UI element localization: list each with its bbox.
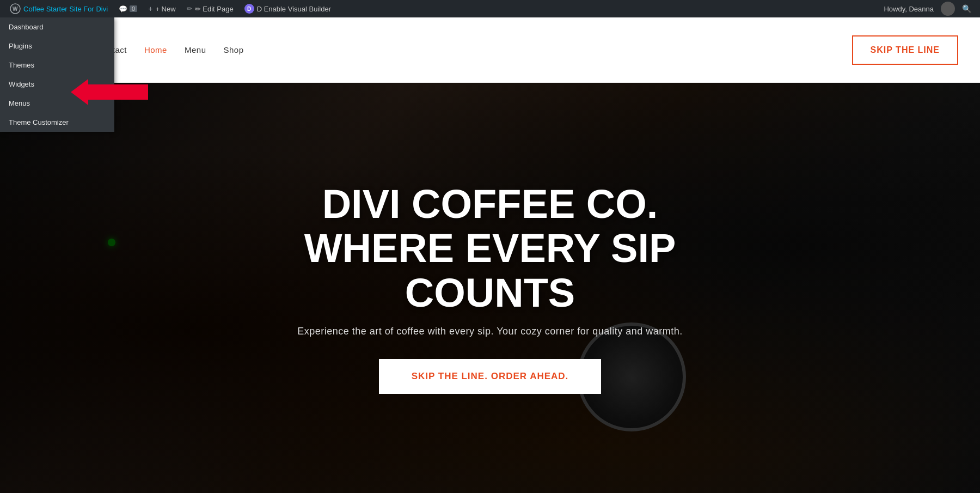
plus-icon: + — [148, 4, 152, 13]
edit-page-label: ✏ Edit Page — [195, 5, 234, 13]
comments-button[interactable]: 💬 0 — [113, 0, 143, 17]
wp-logo-button[interactable]: W Coffee Starter Site For Divi — [4, 0, 113, 17]
arrow-head — [71, 79, 88, 105]
arrow-body — [88, 84, 148, 100]
hero-content: DIVI COFFEE CO. WHERE EVERY SIP COUNTS E… — [0, 83, 980, 493]
pencil-icon: ✏ — [187, 5, 192, 13]
site-name: Coffee Starter Site For Divi — [23, 5, 108, 13]
howdy-label: Howdy, Deanna — [879, 5, 938, 13]
comment-count: 0 — [130, 5, 137, 12]
nav-menu[interactable]: Menu — [185, 45, 206, 54]
nav-shop[interactable]: Shop — [223, 45, 243, 54]
visual-builder-label: D Enable Visual Builder — [257, 5, 331, 13]
new-label: + New — [155, 5, 175, 13]
search-icon[interactable]: 🔍 — [958, 4, 976, 13]
visual-builder-button[interactable]: D D Enable Visual Builder — [239, 0, 336, 17]
hero-subtitle: Experience the art of coffee with every … — [297, 326, 683, 337]
new-content-button[interactable]: + + New — [143, 0, 181, 17]
hero-title: DIVI COFFEE CO. WHERE EVERY SIP COUNTS — [245, 182, 735, 315]
nav-home[interactable]: Home — [144, 45, 167, 54]
admin-dropdown-menu: Dashboard Plugins Themes Widgets Menus T… — [0, 17, 114, 132]
admin-bar: W Coffee Starter Site For Divi 💬 0 + + N… — [0, 0, 980, 17]
dropdown-item-theme-customizer[interactable]: Theme Customizer — [0, 113, 114, 132]
comment-icon: 💬 — [119, 5, 127, 13]
avatar[interactable] — [941, 2, 955, 16]
divi-icon: D — [244, 4, 254, 14]
dropdown-item-dashboard[interactable]: Dashboard — [0, 17, 114, 36]
dropdown-item-plugins[interactable]: Plugins — [0, 36, 114, 56]
arrow-indicator — [71, 79, 148, 105]
admin-bar-right: Howdy, Deanna 🔍 — [879, 2, 976, 16]
admin-bar-left: W Coffee Starter Site For Divi 💬 0 + + N… — [4, 0, 336, 17]
hero-section: DIVI COFFEE CO. WHERE EVERY SIP COUNTS E… — [0, 83, 980, 493]
skip-the-line-button[interactable]: Skip the Line — [852, 35, 958, 65]
edit-page-button[interactable]: ✏ ✏ Edit Page — [181, 0, 239, 17]
hero-cta-button[interactable]: Skip The Line. Order Ahead. — [379, 359, 602, 394]
site-header: About Blog Contact Home Menu Shop Skip t… — [0, 17, 980, 83]
svg-text:W: W — [13, 6, 18, 12]
dropdown-item-themes[interactable]: Themes — [0, 56, 114, 75]
